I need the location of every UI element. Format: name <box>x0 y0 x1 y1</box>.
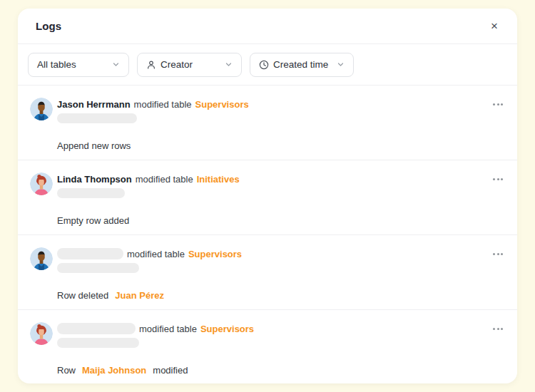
chevron-down-icon <box>112 61 120 68</box>
log-entry: Linda Thompson modified table Initiative… <box>18 160 517 235</box>
entry-headline: Jason Herrmann modified table Supervisor… <box>57 98 506 110</box>
redacted-timestamp <box>57 113 137 123</box>
logs-modal: Logs × All tables Creator Created time <box>18 9 517 383</box>
more-options-icon[interactable] <box>491 100 504 108</box>
redacted-timestamp <box>57 338 139 348</box>
actor-name: Jason Herrmann <box>57 99 131 110</box>
entry-description: Append new rows <box>57 140 506 151</box>
description-text: Append new rows <box>57 140 131 151</box>
man-avatar <box>30 98 53 120</box>
redacted-timestamp <box>57 188 125 198</box>
entry-description: Empty row added <box>57 215 506 226</box>
log-entry: Jason Herrmann modified table Supervisor… <box>18 86 517 160</box>
timestamp-row <box>57 113 506 123</box>
woman-avatar <box>30 322 53 345</box>
log-list: Jason Herrmann modified table Supervisor… <box>18 86 517 383</box>
tables-filter-label: All tables <box>37 59 108 70</box>
entry-description: Row deleted Juan Pérez <box>57 290 506 301</box>
modal-header: Logs × <box>18 9 517 44</box>
entry-description: Row Maija Johnson modified <box>57 365 506 376</box>
redacted-actor-name <box>57 323 136 334</box>
timestamp-row <box>57 263 506 273</box>
entry-content: Linda Thompson modified table Initiative… <box>57 172 506 226</box>
log-entry: modified table Supervisors Row deleted J… <box>18 235 517 310</box>
more-options-icon[interactable] <box>491 325 504 333</box>
action-text: modified table <box>136 174 193 185</box>
more-options-icon[interactable] <box>491 250 504 258</box>
creator-filter-label: Creator <box>160 59 220 70</box>
actor-name: Linda Thompson <box>57 174 132 185</box>
chevron-down-icon <box>225 61 233 68</box>
table-link[interactable]: Supervisors <box>195 99 249 110</box>
close-icon[interactable]: × <box>486 18 503 35</box>
timestamp-row <box>57 188 506 198</box>
page-title: Logs <box>36 20 61 32</box>
table-link[interactable]: Supervisors <box>188 249 242 259</box>
redacted-timestamp <box>57 263 139 273</box>
description-text: Row deleted <box>57 290 108 301</box>
entry-headline: modified table Supervisors <box>57 323 506 334</box>
table-link[interactable]: Initiatives <box>197 174 240 185</box>
entry-content: modified table Supervisors Row deleted J… <box>57 247 506 301</box>
action-text: modified table <box>127 249 185 259</box>
chevron-down-icon <box>337 61 345 68</box>
tables-filter-dropdown[interactable]: All tables <box>28 53 129 77</box>
filter-bar: All tables Creator Created time <box>18 44 517 86</box>
table-link[interactable]: Supervisors <box>200 324 254 334</box>
man-avatar <box>30 247 53 270</box>
clock-icon <box>259 60 269 70</box>
entry-headline: Linda Thompson modified table Initiative… <box>57 173 506 185</box>
redacted-actor-name <box>57 248 123 259</box>
creator-filter-dropdown[interactable]: Creator <box>137 53 242 77</box>
action-text: modified table <box>139 324 197 334</box>
person-icon <box>146 60 156 70</box>
entry-content: Jason Herrmann modified table Supervisor… <box>57 98 506 151</box>
woman-avatar <box>30 172 53 195</box>
description-text: Row <box>57 365 76 376</box>
action-text: modified table <box>134 99 192 110</box>
record-link[interactable]: Maija Johnson <box>82 365 146 376</box>
entry-headline: modified table Supervisors <box>57 248 506 259</box>
more-options-icon[interactable] <box>491 175 504 183</box>
created-time-filter-dropdown[interactable]: Created time <box>250 53 354 77</box>
record-link[interactable]: Juan Pérez <box>115 290 164 301</box>
timestamp-row <box>57 338 506 348</box>
description-text: Empty row added <box>57 215 129 226</box>
entry-content: modified table Supervisors Row Maija Joh… <box>57 322 506 376</box>
created-time-filter-label: Created time <box>273 59 332 70</box>
description-text: modified <box>153 365 188 376</box>
log-entry: modified table Supervisors Row Maija Joh… <box>18 310 517 383</box>
